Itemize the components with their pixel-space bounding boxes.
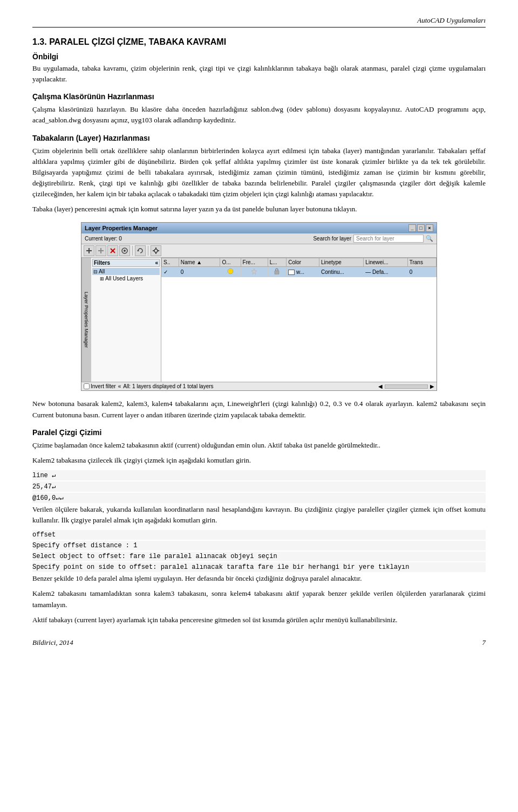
footer-left: Bildirici, 2014 xyxy=(32,638,73,647)
layers-panel: S.. Name ▲ O... Fre... L... Color Linety… xyxy=(161,258,437,382)
svg-rect-13 xyxy=(158,250,159,251)
paralel-p1: Çizime başlamadan önce kalem2 tabakasını… xyxy=(32,440,486,451)
layer-dialog: Layer Properties Manager _ □ × Current l… xyxy=(81,222,437,391)
onbilgi-label: Önbilgi xyxy=(32,52,486,61)
new-layer-button[interactable] xyxy=(84,245,94,256)
code-block-2: offset Specify offset distance : 1 Selec… xyxy=(32,530,486,572)
code2-line-4: Specify point on side to offset: paralel… xyxy=(32,562,486,572)
col-linetype: Linetype xyxy=(319,258,364,267)
svg-rect-16 xyxy=(275,271,279,274)
dialog-main: Layer Properties Manager Filters « ⊟ All xyxy=(81,258,437,382)
filter-all-used-label: All Used Layers xyxy=(105,276,143,281)
layer-dialog-container: Layer Properties Manager _ □ × Current l… xyxy=(32,222,486,391)
cell-lock[interactable] xyxy=(268,267,287,277)
toolbar-separator-2 xyxy=(148,246,148,256)
set-current-button[interactable] xyxy=(119,245,130,256)
table-row[interactable]: ✓ 0 xyxy=(162,267,437,277)
invert-filter-check[interactable]: Invert filter xyxy=(84,383,116,389)
color-label: w... xyxy=(296,269,304,275)
svg-point-7 xyxy=(124,250,126,252)
col-color: Color xyxy=(287,258,319,267)
collapse-filters-btn[interactable]: « xyxy=(118,383,121,389)
minimize-button[interactable]: _ xyxy=(408,224,416,232)
footer-right: 7 xyxy=(482,638,486,647)
svg-point-9 xyxy=(154,249,158,252)
svg-point-14 xyxy=(228,269,233,274)
filters-label: Filters xyxy=(94,260,110,266)
col-trans: Trans xyxy=(407,258,436,267)
cell-on[interactable] xyxy=(220,267,241,277)
dialog-title: Layer Properties Manager xyxy=(85,225,158,231)
close-button[interactable]: × xyxy=(426,224,433,232)
scrollbar-track[interactable] xyxy=(385,384,428,389)
search-label: Search for layer xyxy=(313,236,351,242)
onbilgi-text: Bu uygulamada, tabaka kavramı, çizim obj… xyxy=(32,63,486,85)
calisma-label: Çalışma Klasörünün Hazırlanması xyxy=(32,92,486,101)
code-line-2: 25,47↵ xyxy=(32,481,486,492)
scrollbar-right[interactable]: ▶ xyxy=(430,383,434,389)
section-title: 1.3. PARALEL ÇİZGİ ÇİZME, TABAKA KAVRAMI xyxy=(32,37,486,47)
tabakalarin-p1: Çizim objelerinin belli ortak özellikler… xyxy=(32,146,486,200)
tabakalarin-label: Tabakaların (Layer) Hazırlanması xyxy=(32,134,486,142)
search-input[interactable] xyxy=(353,235,424,243)
aktif-p: Aktif tabakayı (current layer) ayarlamak… xyxy=(32,615,486,625)
code-line-1: line ↵ xyxy=(32,470,486,480)
filter-all-label: All xyxy=(99,269,105,274)
side-tab-label: Layer Properties Manager xyxy=(84,292,90,348)
current-layer-text: Current layer: 0 xyxy=(85,236,122,242)
cell-color[interactable]: w... xyxy=(287,267,319,277)
filter-used-icon: ⊞ xyxy=(100,276,104,281)
invert-label: Invert filter xyxy=(91,383,116,389)
code2-line-3: Select object to offset: fare ile parale… xyxy=(32,552,486,561)
dialog-toolbar xyxy=(81,244,437,258)
col-on: O... xyxy=(220,258,241,267)
toolbar-separator-1 xyxy=(132,246,133,256)
titlebar-buttons: _ □ × xyxy=(408,224,433,232)
filter-all-used-item[interactable]: ⊞ All Used Layers xyxy=(92,275,160,282)
code2-line-2: Specify offset distance : 1 xyxy=(32,541,486,550)
page-footer: Bildirici, 2014 7 xyxy=(32,638,486,647)
filters-panel: Filters « ⊟ All ⊞ All Used Layers xyxy=(91,258,161,382)
cell-linetype[interactable]: Continu... xyxy=(319,267,364,277)
col-freeze: Fre... xyxy=(241,258,268,267)
layers-table: S.. Name ▲ O... Fre... L... Color Linety… xyxy=(161,258,437,277)
calisma-p1: Çalışma klasörünüzü hazırlayın. Bu klasö… xyxy=(32,104,486,126)
refresh-button[interactable] xyxy=(135,245,146,256)
page-header: AutoCAD Uygulamaları xyxy=(32,16,486,27)
col-lineweight: Linewei... xyxy=(364,258,407,267)
cell-status: ✓ xyxy=(162,267,179,277)
svg-marker-8 xyxy=(137,250,139,251)
invert-checkbox[interactable] xyxy=(84,383,90,389)
svg-rect-11 xyxy=(155,252,156,254)
benzer-p: Benzer şekilde 10 defa paralel alma işle… xyxy=(32,573,486,584)
code2-line-1: offset xyxy=(32,530,486,540)
maximize-button[interactable]: □ xyxy=(417,224,425,232)
verilen-p: Verilen ölçülere bakarak, yukarıda kulla… xyxy=(32,504,486,526)
side-tab: Layer Properties Manager xyxy=(81,258,91,382)
cell-freeze[interactable] xyxy=(241,267,268,277)
current-layer-bar: Current layer: 0 Search for layer 🔍 xyxy=(81,233,437,244)
cell-name: 0 xyxy=(179,267,220,277)
header-title: AutoCAD Uygulamaları xyxy=(417,16,486,24)
paralel-p2: Kalem2 tabakasına çizilecek ilk çizgiyi … xyxy=(32,455,486,466)
filter-tree: ⊟ All ⊞ All Used Layers xyxy=(92,268,160,282)
code-block-1: line ↵ 25,47↵ @160,0↵↵ xyxy=(32,470,486,503)
search-icon[interactable]: 🔍 xyxy=(426,235,433,242)
cell-lineweight[interactable]: — Defa... xyxy=(364,267,407,277)
filters-header: Filters « xyxy=(92,259,160,267)
svg-rect-3 xyxy=(100,248,101,253)
svg-rect-10 xyxy=(155,247,156,249)
svg-rect-12 xyxy=(153,250,154,251)
cell-trans: 0 xyxy=(407,267,436,277)
settings-button[interactable] xyxy=(151,245,161,256)
col-name: Name ▲ xyxy=(179,258,220,267)
kalem2-tamamla-p: Kalem2 tabakasını tamamladıktan sonra ka… xyxy=(32,588,486,610)
status-text: All: 1 layers displayed of 1 total layer… xyxy=(123,383,376,389)
scrollbar-left[interactable]: ◀ xyxy=(378,383,383,389)
filters-collapse[interactable]: « xyxy=(155,260,158,266)
filter-all-item[interactable]: ⊟ All xyxy=(92,268,160,275)
new-layer-vp-button[interactable] xyxy=(96,245,106,256)
delete-layer-button[interactable] xyxy=(107,245,118,256)
dialog-titlebar: Layer Properties Manager _ □ × xyxy=(81,223,437,233)
col-lock: L... xyxy=(268,258,287,267)
